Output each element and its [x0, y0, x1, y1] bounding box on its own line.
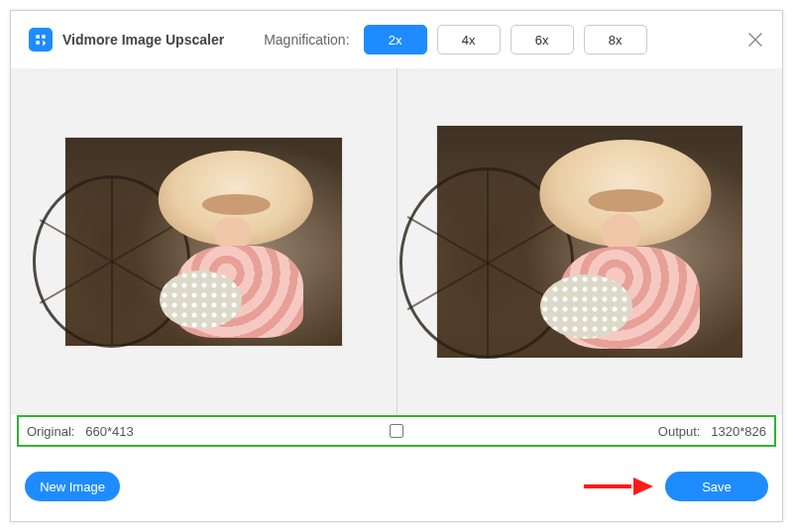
save-button[interactable]: Save [665, 472, 768, 501]
original-pane [11, 68, 396, 415]
output-dimensions: Output: 1320*826 [658, 424, 766, 439]
magnification-4x-button[interactable]: 4x [437, 25, 501, 54]
crop-handle-icon[interactable] [390, 424, 403, 438]
output-dim-label: Output: [658, 424, 701, 439]
magnification-group: 2x 4x 6x 8x [364, 25, 647, 54]
output-pane [397, 68, 783, 415]
original-dim-value: 660*413 [85, 424, 133, 439]
dimensions-bar: Original: 660*413 Output: 1320*826 [17, 415, 776, 447]
magnification-8x-button[interactable]: 8x [584, 25, 647, 54]
original-dim-label: Original: [27, 424, 74, 439]
app-title: Vidmore Image Upscaler [62, 32, 224, 48]
magnification-6x-button[interactable]: 6x [510, 25, 574, 54]
magnification-2x-button[interactable]: 2x [364, 25, 427, 54]
annotation-arrow-icon [584, 478, 653, 495]
new-image-button[interactable]: New Image [25, 472, 120, 501]
footer: New Image Save [11, 452, 782, 521]
preview-area [11, 68, 782, 415]
header: Vidmore Image Upscaler Magnification: 2x… [11, 11, 782, 69]
output-dim-value: 1320*826 [711, 424, 766, 439]
magnification-label: Magnification: [264, 32, 349, 48]
output-image [437, 126, 743, 358]
original-image [65, 138, 342, 346]
app-logo-icon [29, 28, 53, 52]
close-icon[interactable] [744, 29, 766, 51]
original-dimensions: Original: 660*413 [27, 424, 134, 439]
